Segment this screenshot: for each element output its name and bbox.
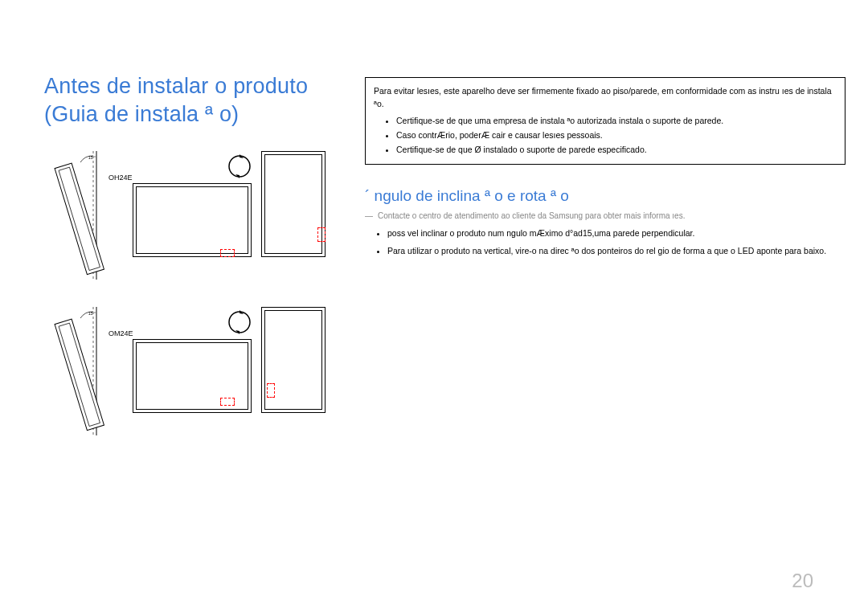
tilt-diagram-om24e: 15 ° OM24E: [56, 307, 133, 435]
page-title: Antes de instalar o produto (Guia de ins…: [44, 72, 334, 129]
rotation-arrow-icon: [226, 309, 253, 336]
svg-point-4: [229, 156, 250, 177]
page-number: 20: [792, 570, 813, 592]
diagrams-area: 15 ° OH24E: [56, 151, 346, 463]
tilt-diagram-oh24e: 15 ° OH24E: [56, 151, 133, 280]
diagram-row-oh24e: 15 ° OH24E: [56, 151, 346, 280]
tilt-icon: [48, 151, 129, 280]
svg-point-11: [229, 312, 250, 333]
warning-item: Certifique-se de que uma empresa de inst…: [396, 114, 837, 127]
rotation-arrow-icon: [226, 153, 253, 180]
info-column: Para evitar lesıes, este aparelho deve s…: [365, 77, 845, 262]
led-indicator-icon: [317, 227, 326, 242]
model-label-om24e: OM24E: [108, 329, 133, 337]
warning-intro: Para evitar lesıes, este aparelho deve s…: [374, 84, 837, 111]
diagram-row-om24e: 15 ° OM24E: [56, 307, 346, 435]
model-label-oh24e: OH24E: [108, 174, 133, 182]
section-note: Contacte o centro de atendimento ao clie…: [365, 211, 845, 220]
bullet-item: Para utilizar o produto na vertical, vir…: [387, 244, 845, 259]
tilt-icon: [48, 307, 129, 435]
svg-rect-10: [59, 323, 100, 426]
tilt-angle-label: 15 °: [88, 155, 96, 160]
led-indicator-icon: [220, 398, 235, 406]
svg-rect-3: [59, 167, 100, 270]
portrait-display-icon: [261, 151, 326, 257]
portrait-display-icon: [261, 307, 326, 413]
bullet-item: poss vel inclinar o produto num ngulo mÆ…: [387, 227, 845, 241]
warning-item: Caso contrÆrio, poderÆ cair e causar les…: [396, 129, 837, 141]
warning-box: Para evitar lesıes, este aparelho deve s…: [365, 77, 845, 165]
landscape-display-icon: [133, 183, 252, 257]
led-indicator-icon: [267, 383, 275, 398]
led-indicator-icon: [220, 249, 235, 257]
warning-item: Certifique-se de que Ø instalado o supor…: [396, 143, 837, 156]
landscape-display-icon: [133, 339, 252, 413]
section-heading: ´ ngulo de inclina ª o e rota ª o: [365, 187, 845, 205]
tilt-angle-label: 15 °: [88, 311, 96, 316]
